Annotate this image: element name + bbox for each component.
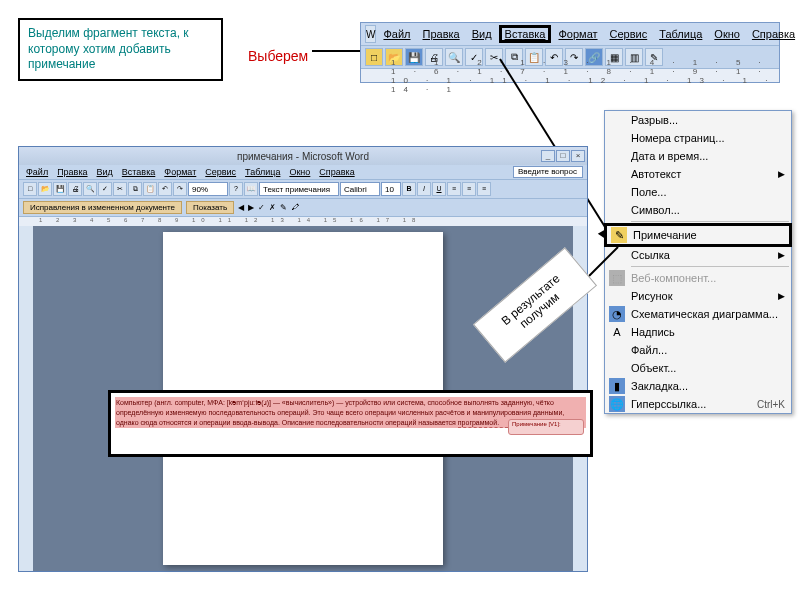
menu-label: Веб-компонент...	[631, 272, 716, 284]
tb-new[interactable]: □	[23, 182, 37, 196]
question-box[interactable]: Введите вопрос	[513, 166, 583, 178]
titlebar: примечания - Microsoft Word _ □ ×	[19, 147, 587, 165]
menu-page-numbers[interactable]: Номера страниц...	[605, 129, 791, 147]
menu-object[interactable]: Объект...	[605, 359, 791, 377]
close-button[interactable]: ×	[571, 150, 585, 162]
menu-bookmark[interactable]: ▮Закладка...	[605, 377, 791, 395]
tb-align-c[interactable]: ≡	[462, 182, 476, 196]
tb-print[interactable]: 🖨	[68, 182, 82, 196]
menu-help[interactable]: Справка	[747, 26, 800, 42]
menu-hyperlink[interactable]: 🌐Гиперссылка...Ctrl+K	[605, 395, 791, 413]
menu-window[interactable]: Окно	[709, 26, 745, 42]
insert-dropdown-menu: Разрыв... Номера страниц... Дата и время…	[604, 110, 792, 414]
menu-table[interactable]: Таблица	[654, 26, 707, 42]
wm-window[interactable]: Окно	[286, 166, 313, 178]
tb-paste[interactable]: 📋	[143, 182, 157, 196]
hyperlink-icon: 🌐	[609, 396, 625, 412]
tb-italic[interactable]: I	[417, 182, 431, 196]
tb-cut[interactable]: ✂	[113, 182, 127, 196]
review-mode-label[interactable]: Исправления в измененном документе	[23, 201, 182, 214]
menu-label: Ссылка	[631, 249, 670, 261]
menu-picture[interactable]: Рисунок▶	[605, 287, 791, 305]
title-text: примечания - Microsoft Word	[237, 151, 369, 162]
submenu-arrow-icon: ▶	[778, 250, 785, 260]
rb-prev[interactable]: ◀	[238, 203, 244, 212]
wm-view[interactable]: Вид	[94, 166, 116, 178]
menu-label: Примечание	[633, 229, 697, 241]
font-select[interactable]: Calibri	[340, 182, 380, 196]
menu-insert[interactable]: Вставка	[499, 25, 552, 43]
wm-tools[interactable]: Сервис	[202, 166, 239, 178]
menu-label: Схематическая диаграмма...	[631, 308, 778, 320]
web-icon: ⬚	[609, 270, 625, 286]
menu-label: Разрыв...	[631, 114, 678, 126]
tb-preview[interactable]: 🔍	[83, 182, 97, 196]
tb-align-r[interactable]: ≡	[477, 182, 491, 196]
tb-help[interactable]: ?	[229, 182, 243, 196]
new-icon[interactable]: □	[365, 48, 383, 66]
menu-label: Символ...	[631, 204, 680, 216]
show-button[interactable]: Показать	[186, 201, 234, 214]
menu-label: Надпись	[631, 326, 675, 338]
rb-accept[interactable]: ✓	[258, 203, 265, 212]
minimize-button[interactable]: _	[541, 150, 555, 162]
tb-underline[interactable]: U	[432, 182, 446, 196]
rb-highlight[interactable]: 🖍	[291, 203, 299, 212]
wm-table[interactable]: Таблица	[242, 166, 283, 178]
menu-diagram[interactable]: ◔Схематическая диаграмма...	[605, 305, 791, 323]
menu-reference[interactable]: Ссылка▶	[605, 246, 791, 264]
window-buttons: _ □ ×	[541, 150, 585, 162]
zoom-select[interactable]: 90%	[188, 182, 228, 196]
menu-comment[interactable]: ✎Примечание	[604, 223, 792, 247]
tb-align-l[interactable]: ≡	[447, 182, 461, 196]
wm-help[interactable]: Справка	[316, 166, 357, 178]
rb-comment[interactable]: ✎	[280, 203, 287, 212]
tb-redo[interactable]: ↷	[173, 182, 187, 196]
wm-file[interactable]: Файл	[23, 166, 51, 178]
left-margin	[19, 226, 33, 571]
label-choose: Выберем	[248, 48, 308, 64]
menu-date-time[interactable]: Дата и время...	[605, 147, 791, 165]
size-select[interactable]: 10	[381, 182, 401, 196]
comment-balloon[interactable]: Примечание [V1]:	[508, 419, 584, 435]
comment-result-box: Компьютер (англ. computer, МФА: [kəmˈpju…	[108, 390, 593, 457]
tb-undo[interactable]: ↶	[158, 182, 172, 196]
maximize-button[interactable]: □	[556, 150, 570, 162]
wm-insert[interactable]: Вставка	[119, 166, 158, 178]
menu-label: Дата и время...	[631, 150, 708, 162]
tb-bold[interactable]: B	[402, 182, 416, 196]
wm-edit[interactable]: Правка	[54, 166, 90, 178]
menu-file-item[interactable]: Файл...	[605, 341, 791, 359]
menu-format[interactable]: Формат	[553, 26, 602, 42]
menu-autotext[interactable]: Автотекст▶	[605, 165, 791, 183]
menu-label: Номера страниц...	[631, 132, 725, 144]
shortcut-label: Ctrl+K	[757, 399, 785, 410]
bookmark-icon: ▮	[609, 378, 625, 394]
menu-file[interactable]: Файл	[378, 26, 415, 42]
menu-label: Файл...	[631, 344, 667, 356]
menu-web-component: ⬚Веб-компонент...	[605, 269, 791, 287]
menu-symbol[interactable]: Символ...	[605, 201, 791, 219]
tb-read[interactable]: 📖	[244, 182, 258, 196]
wm-format[interactable]: Формат	[161, 166, 199, 178]
menu-label: Автотекст	[631, 168, 681, 180]
menu-textbox[interactable]: AНадпись	[605, 323, 791, 341]
menu-row: W Файл Правка Вид Вставка Формат Сервис …	[361, 23, 779, 45]
tb-open[interactable]: 📂	[38, 182, 52, 196]
annotation-select-fragment: Выделим фрагмент текста, к которому хоти…	[18, 18, 223, 81]
menu-field[interactable]: Поле...	[605, 183, 791, 201]
menu-edit[interactable]: Правка	[418, 26, 465, 42]
menu-label: Закладка...	[631, 380, 688, 392]
tb-spell[interactable]: ✓	[98, 182, 112, 196]
style-select[interactable]: Текст примечания	[259, 182, 339, 196]
submenu-arrow-icon: ▶	[778, 291, 785, 301]
tb-copy[interactable]: ⧉	[128, 182, 142, 196]
menu-tools[interactable]: Сервис	[605, 26, 653, 42]
menu-view[interactable]: Вид	[467, 26, 497, 42]
word-ruler: 1 2 3 4 5 6 7 8 9 10 11 12 13 14 15 16 1…	[19, 216, 587, 226]
rb-next[interactable]: ▶	[248, 203, 254, 212]
tb-save[interactable]: 💾	[53, 182, 67, 196]
rb-reject[interactable]: ✗	[269, 203, 276, 212]
menu-break[interactable]: Разрыв...	[605, 111, 791, 129]
menu-separator	[631, 266, 789, 267]
